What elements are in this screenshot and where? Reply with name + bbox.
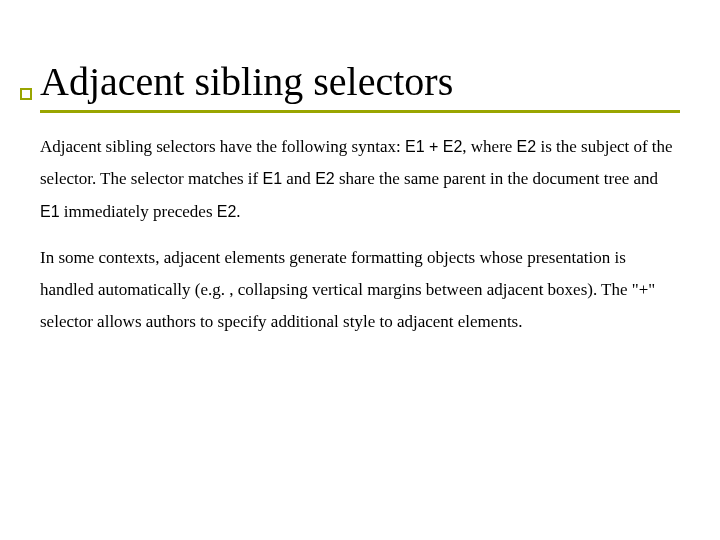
p1-text-2: , where — [462, 137, 516, 156]
p1-text-1: Adjacent sibling selectors have the foll… — [40, 137, 405, 156]
title-bullet-icon — [20, 88, 32, 100]
code-e2-c: E2 — [217, 203, 237, 220]
p1-text-6: immediately precedes — [60, 202, 217, 221]
title-divider — [40, 110, 680, 113]
code-e1-b: E1 — [40, 203, 60, 220]
paragraph-1: Adjacent sibling selectors have the foll… — [40, 131, 680, 228]
p1-text-7: . — [236, 202, 240, 221]
paragraph-2: In some contexts, adjacent elements gene… — [40, 242, 680, 339]
code-e2-b: E2 — [315, 170, 335, 187]
slide: Adjacent sibling selectors Adjacent sibl… — [0, 0, 720, 540]
code-e1-a: E1 — [263, 170, 283, 187]
p1-text-5: share the same parent in the document tr… — [335, 169, 658, 188]
slide-title: Adjacent sibling selectors — [40, 60, 680, 104]
p1-text-4: and — [282, 169, 315, 188]
slide-body: Adjacent sibling selectors have the foll… — [40, 131, 680, 339]
code-e2-a: E2 — [517, 138, 537, 155]
code-e1-plus-e2: E1 + E2 — [405, 138, 462, 155]
